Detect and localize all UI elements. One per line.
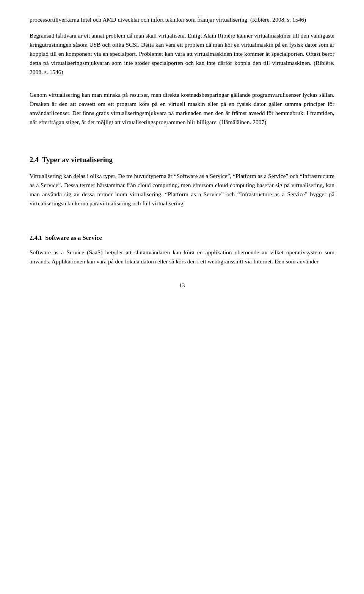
section-heading-2-4: 2.4 Typer av virtualisering [30, 154, 334, 165]
spacer-3 [30, 215, 334, 222]
page-number: 13 [30, 281, 334, 290]
paragraph-2: Begränsad hårdvara är ett annat problem … [30, 31, 334, 77]
page: processortillverkarna Intel och AMD utve… [0, 0, 364, 594]
subsection-paragraph-1: Software as a Service (SaaS) betyder att… [30, 248, 334, 266]
spacer-1 [30, 84, 334, 90]
section-paragraph-1: Virtualisering kan delas i olika typer. … [30, 172, 334, 208]
spacer-2 [30, 134, 334, 140]
subsection-heading-2-4-1: 2.4.1 Software as a Service [30, 233, 334, 243]
paragraph-3: Genom virtualisering kan man minska på r… [30, 90, 334, 127]
paragraph-1: processortillverkarna Intel och AMD utve… [30, 15, 334, 24]
